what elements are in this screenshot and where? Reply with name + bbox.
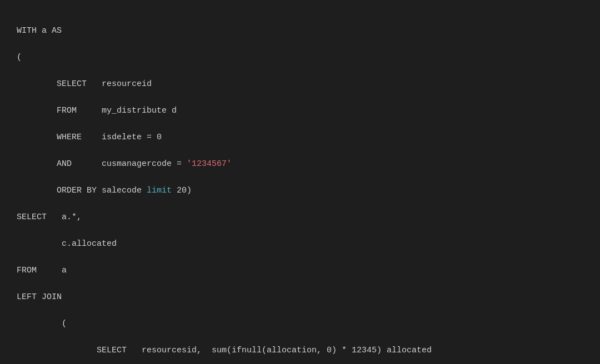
line-5: WHERE isdelete = 0 [17, 133, 162, 142]
line-8: SELECT a.*, [17, 213, 82, 222]
line-13: SELECT resourcesid, sum(ifnull(allocatio… [17, 346, 432, 355]
line-6: AND cusmanagercode = '1234567' [17, 159, 232, 169]
keyword-limit: limit [147, 186, 172, 195]
string-value-1234567: '1234567' [187, 159, 232, 169]
line-2: ( [17, 53, 22, 62]
line-3: SELECT resourceid [17, 79, 152, 89]
sql-code-block: WITH a AS ( SELECT resourceid FROM my_di… [17, 11, 583, 364]
line-4: FROM my_distribute d [17, 106, 177, 115]
line-12: ( [17, 319, 67, 328]
line-1: WITH a AS [17, 26, 62, 36]
line-9: c.allocated [17, 239, 117, 249]
line-7: ORDER BY salecode limit 20) [17, 186, 192, 195]
line-11: LEFT JOIN [17, 292, 62, 302]
line-10: FROM a [17, 266, 67, 275]
